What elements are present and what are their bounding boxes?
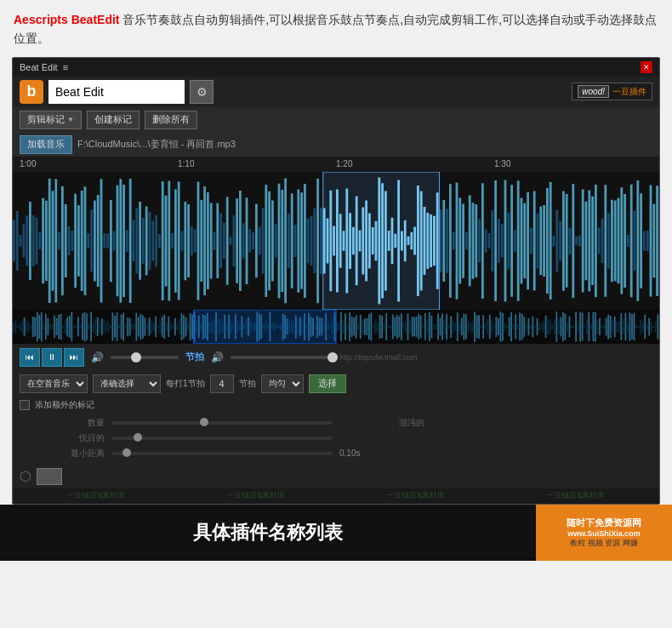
close-button[interactable]: ✕ bbox=[641, 61, 652, 73]
per-beat-input[interactable] bbox=[210, 374, 234, 393]
extra-marks-checkbox[interactable] bbox=[20, 400, 30, 410]
svg-rect-191 bbox=[627, 235, 629, 247]
svg-rect-461 bbox=[569, 316, 571, 337]
svg-rect-2 bbox=[16, 211, 19, 271]
select-button[interactable]: 选择 bbox=[309, 374, 346, 393]
svg-rect-250 bbox=[114, 316, 116, 338]
svg-rect-230 bbox=[71, 311, 72, 341]
svg-rect-271 bbox=[159, 321, 161, 333]
svg-rect-258 bbox=[131, 323, 133, 330]
svg-rect-475 bbox=[599, 318, 601, 335]
svg-rect-254 bbox=[122, 312, 124, 340]
svg-rect-158 bbox=[521, 197, 523, 283]
svg-rect-211 bbox=[30, 324, 31, 328]
beat-volume-icon[interactable]: 🔊 bbox=[211, 351, 224, 363]
svg-rect-232 bbox=[76, 325, 77, 328]
delete-all-button[interactable]: 删除所有 bbox=[145, 111, 197, 129]
svg-rect-377 bbox=[388, 326, 390, 328]
svg-rect-435 bbox=[513, 324, 515, 329]
svg-rect-391 bbox=[418, 314, 419, 340]
svg-rect-23 bbox=[84, 186, 87, 295]
quantity-slider[interactable] bbox=[111, 421, 333, 425]
volume-slider[interactable] bbox=[111, 356, 179, 359]
svg-rect-90 bbox=[300, 192, 303, 288]
pleasant-label: 悦目的 bbox=[20, 432, 105, 444]
svg-rect-139 bbox=[458, 197, 461, 283]
svg-rect-147 bbox=[485, 229, 487, 253]
svg-rect-486 bbox=[623, 319, 624, 334]
beat-slider[interactable] bbox=[231, 356, 333, 359]
svg-rect-167 bbox=[550, 182, 552, 300]
timeline-bar: 1:00 1:10 1:20 1:30 bbox=[13, 157, 659, 172]
svg-rect-421 bbox=[482, 315, 484, 339]
svg-rect-247 bbox=[108, 321, 110, 333]
toolbar-row: 剪辑标记 ▼ 创建标记 删除所有 bbox=[13, 107, 659, 133]
svg-rect-418 bbox=[476, 315, 478, 338]
svg-rect-164 bbox=[539, 206, 542, 275]
color-picker[interactable] bbox=[37, 468, 62, 485]
pleasant-thumb[interactable] bbox=[134, 433, 142, 442]
gear-button[interactable]: ⚙ bbox=[190, 80, 214, 104]
svg-rect-502 bbox=[658, 314, 659, 339]
waveform-main[interactable] bbox=[13, 172, 659, 310]
svg-rect-166 bbox=[546, 188, 549, 294]
svg-rect-472 bbox=[593, 311, 595, 341]
svg-rect-13 bbox=[52, 191, 54, 291]
pause-button[interactable]: ⏸ bbox=[42, 348, 62, 367]
skip-forward-button[interactable]: ⏭ bbox=[64, 348, 84, 367]
svg-rect-450 bbox=[545, 316, 547, 338]
svg-rect-76 bbox=[255, 203, 258, 277]
volume-icon[interactable]: 🔊 bbox=[91, 351, 104, 363]
selection-select[interactable]: 准确选择 bbox=[93, 374, 161, 393]
waveform-svg bbox=[13, 172, 659, 310]
svg-rect-482 bbox=[614, 317, 616, 337]
load-music-button[interactable]: 加载音乐 bbox=[20, 135, 72, 154]
svg-rect-49 bbox=[168, 180, 170, 300]
watermark-4: 一豆铺店&素材库 bbox=[546, 490, 605, 501]
edit-marker-button[interactable]: 剪辑标记 ▼ bbox=[20, 111, 82, 129]
svg-rect-225 bbox=[60, 313, 62, 340]
svg-rect-387 bbox=[409, 320, 411, 334]
svg-rect-379 bbox=[392, 314, 394, 339]
svg-rect-483 bbox=[616, 322, 618, 332]
svg-rect-193 bbox=[634, 211, 636, 271]
timeline-marks: 1:00 1:10 1:20 1:30 bbox=[20, 159, 652, 168]
svg-rect-187 bbox=[614, 200, 617, 281]
svg-rect-492 bbox=[635, 325, 637, 328]
svg-rect-415 bbox=[470, 323, 471, 330]
svg-rect-494 bbox=[640, 319, 641, 334]
mode-select[interactable]: 在空首音乐 bbox=[20, 374, 88, 393]
beat-thumb[interactable] bbox=[327, 352, 338, 363]
svg-rect-217 bbox=[43, 324, 45, 328]
svg-rect-54 bbox=[184, 202, 186, 280]
skip-back-button[interactable]: ⏮ bbox=[20, 348, 40, 367]
min-dist-thumb[interactable] bbox=[122, 448, 131, 457]
svg-rect-148 bbox=[488, 233, 491, 248]
min-dist-slider[interactable] bbox=[111, 452, 333, 455]
svg-rect-229 bbox=[69, 316, 71, 338]
menu-icon[interactable]: ≡ bbox=[63, 62, 68, 72]
svg-rect-284 bbox=[187, 323, 189, 330]
svg-rect-209 bbox=[26, 321, 27, 333]
svg-rect-146 bbox=[481, 183, 484, 299]
svg-rect-282 bbox=[183, 315, 185, 339]
svg-rect-389 bbox=[413, 317, 415, 336]
svg-rect-17 bbox=[65, 204, 67, 277]
svg-rect-215 bbox=[38, 315, 40, 339]
create-marker-button[interactable]: 创建标记 bbox=[87, 111, 140, 129]
volume-thumb[interactable] bbox=[131, 352, 141, 363]
svg-rect-77 bbox=[259, 226, 261, 254]
svg-rect-39 bbox=[135, 208, 138, 273]
minimap-container[interactable] bbox=[13, 310, 659, 344]
svg-rect-69 bbox=[232, 215, 235, 266]
svg-rect-283 bbox=[185, 317, 187, 336]
svg-rect-360 bbox=[351, 317, 353, 337]
quantity-thumb[interactable] bbox=[200, 418, 208, 426]
svg-rect-362 bbox=[356, 315, 357, 338]
svg-rect-365 bbox=[362, 320, 363, 334]
svg-rect-219 bbox=[48, 317, 49, 335]
distribution-select[interactable]: 均匀 bbox=[261, 374, 304, 393]
pleasant-slider[interactable] bbox=[111, 437, 333, 440]
title-input[interactable] bbox=[48, 80, 185, 104]
svg-rect-259 bbox=[134, 323, 135, 329]
